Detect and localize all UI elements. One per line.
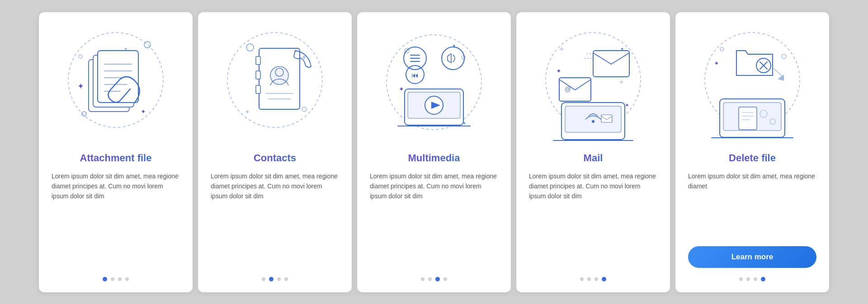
card-contacts: + + Contacts Lorem ipsum dolor sit di xyxy=(198,12,352,292)
dot-active xyxy=(103,277,107,281)
svg-text:⏮: ⏮ xyxy=(411,71,419,79)
card-4-text: Lorem ipsum dolor sit dim amet, mea regi… xyxy=(529,171,657,268)
contacts-illustration: + + xyxy=(216,26,334,143)
card-mail: ✦ ✦ ✦ + + @ xyxy=(516,12,670,292)
dot-inactive xyxy=(746,277,750,281)
card-3-dots xyxy=(421,277,447,281)
svg-rect-58 xyxy=(565,106,621,132)
svg-rect-23 xyxy=(256,85,260,94)
dot-inactive xyxy=(262,277,265,281)
dot-inactive xyxy=(754,277,757,281)
dot-inactive xyxy=(739,277,743,281)
svg-rect-9 xyxy=(98,51,138,103)
svg-text:✦: ✦ xyxy=(625,102,629,108)
svg-text:@: @ xyxy=(565,85,571,93)
dot-active xyxy=(269,277,274,281)
svg-text:✦: ✦ xyxy=(141,108,146,115)
card-4-title: Mail xyxy=(584,152,603,164)
card-4-dots xyxy=(580,277,606,281)
svg-rect-54 xyxy=(593,51,629,77)
svg-point-66 xyxy=(782,54,786,59)
svg-text:✦: ✦ xyxy=(399,85,404,93)
svg-text:✦: ✦ xyxy=(556,67,561,75)
mail-illustration: ✦ ✦ ✦ + + @ xyxy=(534,26,652,143)
dot-inactive xyxy=(125,277,129,281)
card-2-dots xyxy=(262,277,288,281)
card-3-title: Multimedia xyxy=(408,152,460,164)
dot-active xyxy=(602,277,606,281)
svg-text:+: + xyxy=(619,78,623,86)
svg-point-3 xyxy=(79,55,82,58)
card-1-title: Attachment file xyxy=(80,152,152,164)
multimedia-illustration: ✦ ✦ ✦ xyxy=(375,26,493,143)
svg-text:+: + xyxy=(245,108,249,115)
dot-inactive xyxy=(443,277,447,281)
dot-inactive xyxy=(587,277,591,281)
svg-rect-52 xyxy=(559,78,591,101)
dot-inactive xyxy=(580,277,584,281)
cards-container: ✦ ✦ ✦ Attachment file Lorem ipsum dolor … xyxy=(30,3,838,301)
svg-point-16 xyxy=(246,44,254,51)
card-multimedia: ✦ ✦ ✦ xyxy=(357,12,511,292)
svg-rect-21 xyxy=(256,56,260,65)
svg-point-1 xyxy=(144,42,151,48)
svg-text:✦: ✦ xyxy=(714,60,719,67)
dot-inactive xyxy=(284,277,288,281)
card-5-title: Delete file xyxy=(729,152,776,164)
attachment-file-illustration: ✦ ✦ ✦ xyxy=(57,26,175,143)
card-2-text: Lorem ipsum dolor sit dim amet, mea regi… xyxy=(211,171,339,268)
delete-file-illustration: ✦ ✦ ✦ xyxy=(693,26,811,143)
card-delete-file: ✦ ✦ ✦ xyxy=(675,12,829,292)
svg-marker-72 xyxy=(778,75,784,81)
dot-inactive xyxy=(594,277,598,281)
dot-active xyxy=(761,277,765,281)
dot-inactive xyxy=(428,277,432,281)
dot-inactive xyxy=(421,277,425,281)
dot-active xyxy=(435,277,440,281)
dot-inactive xyxy=(277,277,281,281)
card-1-dots xyxy=(103,277,129,281)
dot-inactive xyxy=(111,277,114,281)
svg-rect-22 xyxy=(256,71,260,79)
card-5-text: Lorem ipsum dolor sit dim amet, mea regi… xyxy=(688,171,816,241)
card-3-text: Lorem ipsum dolor sit dim amet, mea regi… xyxy=(370,171,498,268)
svg-rect-76 xyxy=(739,107,757,130)
svg-point-24 xyxy=(270,66,288,84)
card-1-text: Lorem ipsum dolor sit dim amet, mea regi… xyxy=(52,171,180,268)
card-5-dots xyxy=(739,277,765,281)
card-2-title: Contacts xyxy=(254,152,296,164)
svg-point-60 xyxy=(592,120,594,123)
svg-point-38 xyxy=(442,47,464,70)
svg-text:✦: ✦ xyxy=(77,82,84,91)
svg-point-67 xyxy=(720,47,724,51)
learn-more-button[interactable]: Learn more xyxy=(688,246,816,268)
svg-text:+: + xyxy=(559,45,564,54)
svg-rect-61 xyxy=(601,115,612,122)
dot-inactive xyxy=(118,277,122,281)
card-attachment-file: ✦ ✦ ✦ Attachment file Lorem ipsum dolor … xyxy=(39,12,193,292)
svg-point-17 xyxy=(302,107,307,112)
